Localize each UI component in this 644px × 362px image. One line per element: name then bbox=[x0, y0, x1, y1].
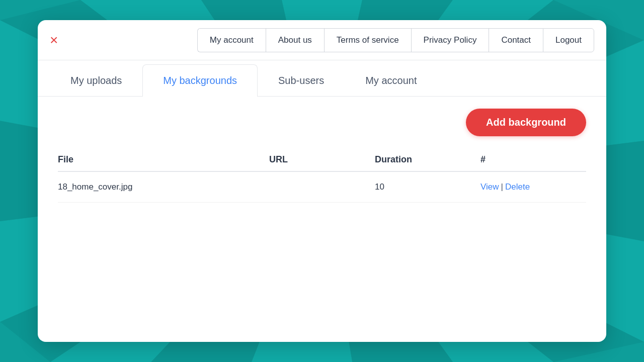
nav-privacy[interactable]: Privacy Policy bbox=[411, 28, 489, 52]
action-separator: | bbox=[501, 182, 503, 192]
nav-links: My account About us Terms of service Pri… bbox=[197, 28, 594, 52]
main-content: Add background File URL Duration # 18_ho… bbox=[38, 97, 606, 215]
modal-container: × My account About us Terms of service P… bbox=[38, 20, 606, 342]
nav-contact[interactable]: Contact bbox=[489, 28, 543, 52]
table-header-row: File URL Duration # bbox=[58, 148, 586, 171]
tab-my-uploads[interactable]: My uploads bbox=[50, 64, 142, 97]
delete-link[interactable]: Delete bbox=[505, 182, 530, 192]
row-file-name: 18_home_cover.jpg bbox=[58, 171, 269, 203]
tab-my-backgrounds[interactable]: My backgrounds bbox=[142, 64, 258, 97]
tab-navigation: My uploads My backgrounds Sub-users My a… bbox=[38, 64, 606, 97]
col-header-duration: Duration bbox=[375, 148, 480, 171]
row-actions: View | Delete bbox=[480, 171, 586, 203]
col-header-url: URL bbox=[269, 148, 375, 171]
add-background-button[interactable]: Add background bbox=[466, 109, 586, 136]
nav-my-account[interactable]: My account bbox=[197, 28, 266, 52]
col-header-file: File bbox=[58, 148, 269, 171]
close-button[interactable]: × bbox=[50, 33, 58, 47]
backgrounds-table: File URL Duration # 18_home_cover.jpg 10… bbox=[58, 148, 586, 203]
nav-terms[interactable]: Terms of service bbox=[324, 28, 411, 52]
row-url bbox=[269, 171, 375, 203]
add-background-container: Add background bbox=[58, 109, 586, 136]
view-link[interactable]: View bbox=[480, 182, 499, 192]
top-navigation: × My account About us Terms of service P… bbox=[38, 20, 606, 60]
tab-sub-users[interactable]: Sub-users bbox=[258, 64, 345, 97]
nav-logout[interactable]: Logout bbox=[543, 28, 594, 52]
action-links-container: View | Delete bbox=[480, 182, 586, 192]
nav-about-us[interactable]: About us bbox=[266, 28, 324, 52]
row-duration: 10 bbox=[375, 171, 480, 203]
table-row: 18_home_cover.jpg 10 View | Delete bbox=[58, 171, 586, 203]
col-header-hash: # bbox=[480, 148, 586, 171]
tab-my-account[interactable]: My account bbox=[345, 64, 437, 97]
